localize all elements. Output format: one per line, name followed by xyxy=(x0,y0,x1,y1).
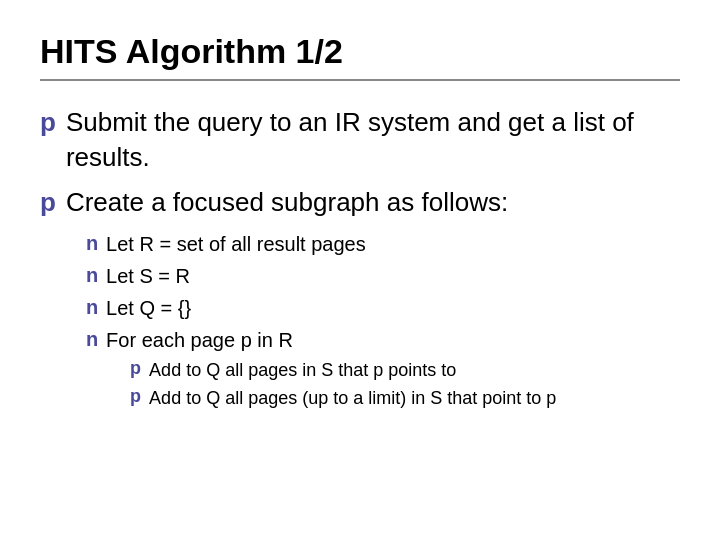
sub-bullet-4-text: For each page p in R xyxy=(106,329,293,351)
sub-bullet-4-marker: n xyxy=(86,328,98,351)
bullet-2-marker: p xyxy=(40,187,56,218)
sub-sub-bullet-2: p Add to Q all pages (up to a limit) in … xyxy=(130,386,556,411)
sub-bullet-4: n For each page p in R p Add to Q all pa… xyxy=(86,326,556,414)
bullet-2-text: Create a focused subgraph as follows: xyxy=(66,187,508,217)
sub-sub-bullet-1-marker: p xyxy=(130,358,141,379)
sub-sub-bullet-1: p Add to Q all pages in S that p points … xyxy=(130,358,556,383)
sub-bullet-2-marker: n xyxy=(86,264,98,287)
sub-sub-bullet-2-marker: p xyxy=(130,386,141,407)
bullet-1-marker: p xyxy=(40,107,56,138)
sub-bullet-2-text: Let S = R xyxy=(106,262,190,290)
sub-sub-bullet-1-text: Add to Q all pages in S that p points to xyxy=(149,358,456,383)
sub-sub-bullet-2-text: Add to Q all pages (up to a limit) in S … xyxy=(149,386,556,411)
sub-sub-bullets: p Add to Q all pages in S that p points … xyxy=(130,358,556,411)
sub-bullet-3-text: Let Q = {} xyxy=(106,294,191,322)
sub-bullet-3-marker: n xyxy=(86,296,98,319)
sub-bullet-3: n Let Q = {} xyxy=(86,294,556,322)
slide-title: HITS Algorithm 1/2 xyxy=(40,32,680,81)
sub-bullet-1-marker: n xyxy=(86,232,98,255)
sub-bullet-2: n Let S = R xyxy=(86,262,556,290)
slide: HITS Algorithm 1/2 p Submit the query to… xyxy=(0,0,720,540)
bullet-1: p Submit the query to an IR system and g… xyxy=(40,105,680,175)
sub-bullets: n Let R = set of all result pages n Let … xyxy=(86,230,556,414)
bullet-1-text: Submit the query to an IR system and get… xyxy=(66,105,680,175)
bullet-2: p Create a focused subgraph as follows: … xyxy=(40,185,680,418)
sub-bullet-1: n Let R = set of all result pages xyxy=(86,230,556,258)
sub-bullet-1-text: Let R = set of all result pages xyxy=(106,230,366,258)
